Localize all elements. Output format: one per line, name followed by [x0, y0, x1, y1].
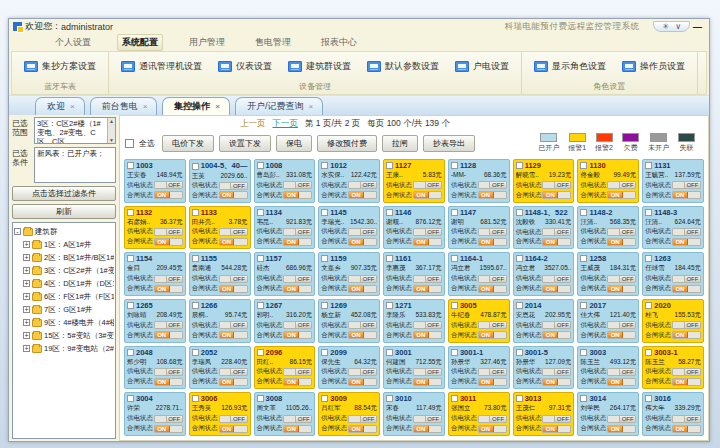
meter-card[interactable]: 1154金目209.45元供电状态OFF合闸状态ON — [124, 252, 186, 296]
chevron-down-icon[interactable]: ∨ — [675, 22, 681, 31]
ribbon-button[interactable]: 集抄方案设置 — [24, 60, 96, 73]
gate-status-toggle[interactable]: ON — [219, 191, 248, 199]
supply-status-toggle[interactable]: OFF — [478, 321, 507, 329]
supply-status-toggle[interactable]: OFF — [607, 415, 636, 423]
expand-icon[interactable]: + — [23, 306, 30, 313]
card-checkbox[interactable] — [257, 349, 264, 356]
card-checkbox[interactable] — [386, 395, 393, 402]
meter-card[interactable]: 1129解晓雪..19.23元供电状态OFF合闸状态ON — [513, 159, 575, 203]
listbox-scrollbar[interactable]: ▲▼ — [107, 118, 115, 143]
meter-card[interactable]: 2014安恩花202.95元供电状态OFF合闸状态ON — [513, 299, 575, 343]
gate-status-toggle[interactable]: ON — [154, 238, 183, 246]
card-checkbox[interactable] — [257, 395, 264, 402]
meter-card[interactable]: 1133田井亮..3.78元供电状态OFF合闸状态ON — [189, 206, 251, 250]
supply-status-toggle[interactable]: OFF — [542, 368, 571, 376]
card-checkbox[interactable] — [127, 255, 134, 262]
meter-card[interactable]: 3008周文革1105.26..供电状态OFF合闸状态ON — [254, 392, 316, 436]
supply-status-toggle[interactable]: OFF — [154, 415, 183, 423]
ribbon-button[interactable]: 户电设置 — [455, 60, 509, 73]
supply-status-toggle[interactable]: OFF — [283, 228, 312, 236]
gate-status-toggle[interactable]: ON — [478, 425, 507, 433]
supply-status-toggle[interactable]: OFF — [607, 275, 636, 283]
close-icon[interactable]: × — [309, 102, 314, 111]
card-checkbox[interactable] — [645, 255, 652, 262]
expand-icon[interactable]: + — [23, 293, 30, 300]
meter-card[interactable]: 1132石彦娟..36.37元供电状态OFF合闸状态ON — [124, 206, 186, 250]
gate-status-toggle[interactable]: ON — [283, 331, 312, 339]
meter-card[interactable]: 3009吕红军88.54元供电状态OFF合闸状态ON — [318, 392, 380, 436]
card-checkbox[interactable] — [386, 255, 393, 262]
card-checkbox[interactable] — [192, 163, 199, 170]
select-all-checkbox[interactable] — [125, 139, 134, 148]
tree-node[interactable]: +4区：D区1#井（D区1… — [14, 277, 114, 290]
supply-status-toggle[interactable]: OFF — [413, 228, 442, 236]
gate-status-toggle[interactable]: ON — [413, 378, 442, 386]
card-checkbox[interactable] — [386, 209, 393, 216]
meter-card[interactable]: 1148-1、522沈毅铁330.41元供电状态OFF合闸状态ON — [513, 206, 575, 250]
gate-status-toggle[interactable]: ON — [542, 285, 571, 293]
meter-card[interactable]: 3010宋春117.49元供电状态OFF合闸状态ON — [383, 392, 445, 436]
gate-status-toggle[interactable]: ON — [672, 425, 701, 433]
card-checkbox[interactable] — [580, 302, 587, 309]
card-checkbox[interactable] — [192, 255, 199, 262]
supply-status-toggle[interactable]: OFF — [154, 228, 183, 236]
meter-card[interactable]: 3005牛纪春478.87元供电状态OFF合闸状态ON — [448, 299, 510, 343]
tree-node[interactable]: +15区：5#变站（3#变… — [14, 329, 114, 342]
gate-status-toggle[interactable]: ON — [154, 331, 183, 339]
expand-icon[interactable]: + — [23, 267, 30, 274]
prev-page-link[interactable]: 上一页 — [240, 118, 266, 130]
supply-status-toggle[interactable]: OFF — [219, 415, 248, 423]
card-checkbox[interactable] — [321, 209, 328, 216]
doc-tab-1[interactable]: 欢迎× — [35, 97, 85, 115]
tree-node[interactable]: +3区：C区2#井（1#变… — [14, 264, 114, 277]
tree-node[interactable]: +7区：G区1#井 — [14, 303, 114, 316]
supply-status-toggle[interactable]: OFF — [672, 321, 701, 329]
meter-card[interactable]: 1164-2冯立君3527.05..供电状态OFF合闸状态ON — [513, 252, 575, 296]
card-checkbox[interactable] — [321, 302, 328, 309]
card-checkbox[interactable] — [321, 395, 328, 402]
gate-status-toggle[interactable]: ON — [478, 191, 507, 199]
gate-status-toggle[interactable]: ON — [542, 191, 571, 199]
meter-card[interactable]: 1003王安春148.94元供电状态OFF合闸状态ON — [124, 159, 186, 203]
gate-status-toggle[interactable]: ON — [219, 331, 248, 339]
supply-status-toggle[interactable]: OFF — [413, 321, 442, 329]
gate-status-toggle[interactable]: ON — [607, 238, 636, 246]
supply-status-toggle[interactable]: OFF — [348, 181, 377, 189]
card-checkbox[interactable] — [127, 162, 134, 169]
gate-status-toggle[interactable]: ON — [607, 285, 636, 293]
supply-status-toggle[interactable]: OFF — [542, 275, 571, 283]
card-checkbox[interactable] — [127, 302, 134, 309]
card-checkbox[interactable] — [127, 395, 134, 402]
expand-icon[interactable]: + — [23, 332, 30, 339]
supply-status-toggle[interactable]: OFF — [413, 275, 442, 283]
supply-status-toggle[interactable]: OFF — [348, 321, 377, 329]
close-icon[interactable]: × — [143, 102, 148, 111]
card-checkbox[interactable] — [451, 302, 458, 309]
supply-status-toggle[interactable]: OFF — [413, 415, 442, 423]
style-icon[interactable]: ✳ — [662, 22, 669, 31]
gate-status-toggle[interactable]: ON — [542, 331, 571, 339]
supply-status-toggle[interactable]: OFF — [542, 181, 571, 189]
toolbar-button-3[interactable]: 保电 — [276, 135, 312, 152]
supply-status-toggle[interactable]: OFF — [154, 368, 183, 376]
supply-status-toggle[interactable]: OFF — [154, 275, 183, 283]
expand-icon[interactable]: + — [23, 241, 30, 248]
card-checkbox[interactable] — [451, 395, 458, 402]
window-style-control[interactable]: ✳ ∨ — [653, 21, 690, 32]
meter-card[interactable]: 3004许荣2278.71..供电状态OFF合闸状态ON — [124, 392, 186, 436]
minimize-button[interactable]: — — [690, 22, 705, 32]
meter-card[interactable]: 1164-1冯立君1595.67..供电状态OFF合闸状态ON — [448, 252, 510, 296]
supply-status-toggle[interactable]: OFF — [672, 275, 701, 283]
gate-status-toggle[interactable]: ON — [478, 378, 507, 386]
supply-status-toggle[interactable]: OFF — [348, 415, 377, 423]
gate-status-toggle[interactable]: ON — [607, 331, 636, 339]
toolbar-button-5[interactable]: 拉闸 — [382, 135, 418, 152]
card-checkbox[interactable] — [321, 162, 328, 169]
supply-status-toggle[interactable]: OFF — [478, 415, 507, 423]
next-page-link[interactable]: 下一页 — [273, 118, 299, 130]
gate-status-toggle[interactable]: ON — [542, 378, 571, 386]
gate-status-toggle[interactable]: ON — [413, 331, 442, 339]
gate-status-toggle[interactable]: ON — [672, 331, 701, 339]
card-checkbox[interactable] — [321, 255, 328, 262]
gate-status-toggle[interactable]: ON — [348, 378, 377, 386]
